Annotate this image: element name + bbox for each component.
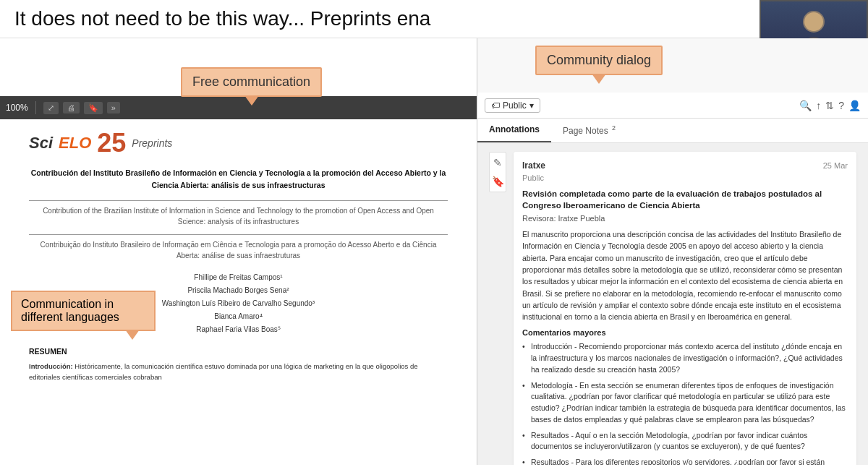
annotation-toolbar: 🏷 Public ▾ 🔍 ↑ ⇅ ? 👤	[477, 93, 868, 119]
scielo-elo: ELO	[59, 134, 91, 153]
pdf-content: Contribución del Instituto Brasileño de …	[0, 160, 477, 390]
ann-visibility: Public	[522, 173, 848, 182]
public-badge-icon: 🏷	[491, 100, 500, 111]
pdf-resumen-label: RESUMEN	[29, 346, 448, 358]
share-icon[interactable]: ↑	[816, 100, 821, 111]
pdf-panel: Free communication 100% ⤢ 🖨 🔖 » Sci ELO …	[0, 38, 477, 465]
tab-annotations[interactable]: Annotations	[477, 119, 551, 142]
pdf-title-en: Contribution of the Brazilian Institute …	[29, 205, 448, 227]
pdf-title-pt: Contribuição do Instituto Brasileiro de …	[29, 239, 448, 261]
svg-point-2	[804, 12, 823, 31]
ann-body: El manuscrito proporciona una descripció…	[522, 228, 848, 322]
annotation-panel: Community dialog 🏷 Public ▾ 🔍 ↑ ⇅ ? 👤 An…	[477, 38, 868, 465]
annotation-tools: 🔍 ↑ ⇅ ? 👤	[799, 100, 861, 111]
public-label: Public	[503, 100, 527, 111]
help-icon[interactable]: ?	[838, 100, 844, 111]
ann-bullet-2: Metodología - En esta sección se enumera…	[522, 380, 848, 426]
toolbar-fit-btn[interactable]: ⤢	[43, 102, 59, 114]
callout-community-dialog-wrapper: Community dialog	[535, 46, 663, 75]
annotation-card: Iratxe 25 Mar Public Revisión completada…	[514, 152, 856, 465]
scielo-text: Sci	[29, 134, 53, 153]
zoom-level: 100%	[6, 103, 28, 113]
toolbar-divider	[35, 101, 36, 114]
main-content: Free communication 100% ⤢ 🖨 🔖 » Sci ELO …	[0, 38, 868, 465]
toolbar-more-btn[interactable]: »	[107, 102, 120, 113]
ann-title: Revisión completada como parte de la eva…	[522, 188, 848, 211]
ann-bullet-4: Resultados - Para los diferentes reposit…	[522, 457, 848, 465]
toolbar-bookmark-btn[interactable]: 🔖	[84, 102, 103, 114]
ann-bullet-1: Introducción - Recomiendo proporcionar m…	[522, 341, 848, 375]
ann-bullet-3: Resultados - Aquí o en la sección Metodo…	[522, 430, 848, 453]
search-icon[interactable]: 🔍	[799, 100, 812, 111]
pdf-intro-label: Introducción:	[29, 362, 73, 370]
ann-username: Iratxe	[522, 160, 545, 171]
user-icon[interactable]: 👤	[848, 100, 861, 111]
public-badge[interactable]: 🏷 Public ▾	[485, 98, 540, 113]
pdf-abstract-text: Introducción: Históricamente, la comunic…	[29, 361, 448, 382]
callout-diff-languages: Communication in different languages	[11, 291, 156, 331]
ann-user-row: Iratxe 25 Mar	[522, 160, 848, 171]
pdf-title-es: Contribución del Instituto Brasileño de …	[29, 167, 448, 192]
ann-date: 25 Mar	[823, 161, 848, 170]
page-notes-count: 2	[612, 124, 616, 132]
header-title: It does not need to be this way... Prepr…	[14, 7, 430, 30]
sort-icon[interactable]: ⇅	[825, 100, 834, 111]
annotate-icon[interactable]: ✎	[493, 157, 502, 168]
scielo-logo-area: Sci ELO 25 Preprints	[0, 119, 477, 160]
annotation-content: ✎ 🔖 Iratxe 25 Mar Public Revisión comple…	[477, 143, 868, 465]
ann-reviewer-line: Revisora: Iratxe Puebla	[522, 214, 848, 223]
callout-free-communication: Free communication	[181, 67, 322, 97]
ann-comentarios-label: Comentarios mayores	[522, 328, 848, 337]
annotation-tabs: Annotations Page Notes 2	[477, 119, 868, 143]
tab-page-notes[interactable]: Page Notes 2	[551, 119, 627, 142]
side-icons: ✎ 🔖	[489, 152, 506, 192]
scielo-25: 25	[97, 130, 126, 156]
toolbar-print-btn[interactable]: 🖨	[63, 102, 80, 113]
pdf-toolbar: 100% ⤢ 🖨 🔖 »	[0, 96, 477, 119]
page-header: It does not need to be this way... Prepr…	[0, 0, 868, 38]
author-1: Fhillipe de Freitas Campos¹	[29, 271, 448, 284]
preprints-label: Preprints	[132, 137, 172, 149]
callout-community-dialog: Community dialog	[535, 46, 663, 75]
bookmark-icon[interactable]: 🔖	[492, 176, 504, 187]
chevron-down-icon: ▾	[529, 100, 534, 111]
pdf-abstract-body: Históricamente, la comunicación científi…	[29, 362, 418, 380]
